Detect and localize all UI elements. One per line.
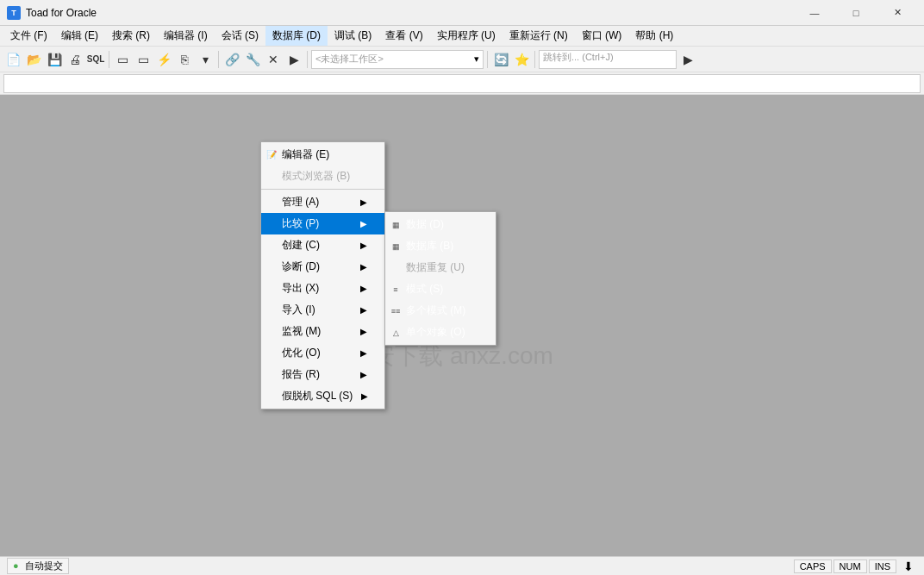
arrow-icon-diagnose: ▶ <box>360 262 367 272</box>
menu-entry-offline-sql[interactable]: 假脱机 SQL (S) ▶ <box>261 385 384 407</box>
tb-box2[interactable]: ▭ <box>134 50 153 69</box>
jump-input[interactable]: 跳转到... (Ctrl+J) <box>539 50 677 69</box>
data-icon: ▦ <box>389 218 403 232</box>
menu-entry-editor[interactable]: 📝 编辑器 (E) <box>261 144 384 166</box>
tb-open[interactable]: 📂 <box>24 50 43 69</box>
download-icon[interactable]: ⬇ <box>900 558 917 575</box>
sep4 <box>487 51 488 68</box>
tb-play[interactable]: ▶ <box>284 50 303 69</box>
search-bar[interactable] <box>3 74 921 93</box>
browser-icon <box>265 170 278 184</box>
menu-edit[interactable]: 编辑 (E) <box>54 26 105 46</box>
content-area: 🔒 安下载 anxz.com 📝 编辑器 (E) 模式浏览器 (B) 管理 (A… <box>0 95 924 575</box>
menu-window[interactable]: 窗口 (W) <box>575 26 629 46</box>
menu-entry-report[interactable]: 报告 (R) ▶ <box>261 364 384 385</box>
database-icon: ▦ <box>389 240 403 253</box>
tb-save[interactable]: 💾 <box>45 50 64 69</box>
sep3 <box>307 51 308 68</box>
arrow-icon-compare: ▶ <box>360 219 367 228</box>
tb-box1[interactable]: ▭ <box>113 50 132 69</box>
sep2 <box>218 51 219 68</box>
menu-entry-diagnose[interactable]: 诊断 (D) ▶ <box>261 256 384 278</box>
status-right: ⬇ <box>900 558 917 575</box>
tb-conn[interactable]: 🔗 <box>222 50 241 69</box>
separator1 <box>261 189 384 190</box>
single-object-icon: △ <box>389 326 403 340</box>
tb-star[interactable]: ⭐ <box>512 50 531 69</box>
multi-schema-icon: ≡≡ <box>389 304 403 318</box>
menu-entry-export[interactable]: 导出 (X) ▶ <box>261 278 384 299</box>
menu-entry-import[interactable]: 导入 (I) ▶ <box>261 299 384 321</box>
status-bar: ● 自动提交 CAPS NUM INS ⬇ <box>0 556 924 575</box>
menu-session[interactable]: 会话 (S) <box>215 26 265 46</box>
toolbar-row1: 📄 📂 💾 🖨 SQL ▭ ▭ ⚡ ⎘ ▾ 🔗 🔧 ✕ ▶ <未选择工作区> ▾… <box>0 47 924 72</box>
close-button[interactable]: ✕ <box>877 4 917 22</box>
arrow-icon-report: ▶ <box>360 370 367 379</box>
submenu-database[interactable]: ▦ 数据库 (B) <box>385 235 496 257</box>
tb-lightning[interactable]: ⚡ <box>154 50 173 69</box>
tb-sql[interactable]: SQL <box>86 50 105 69</box>
arrow-icon-export: ▶ <box>360 284 367 293</box>
menu-entry-compare[interactable]: 比较 (P) ▶ ▦ 数据 (D) ▦ 数据库 (B) 数据重复 (U) <box>261 213 384 234</box>
submenu-data[interactable]: ▦ 数据 (D) <box>385 214 496 235</box>
editor-icon: 📝 <box>265 148 278 162</box>
submenu-multi-schema[interactable]: ≡≡ 多个模式 (M) <box>385 300 496 322</box>
tb-refresh[interactable]: 🔄 <box>491 50 510 69</box>
menu-search[interactable]: 搜索 (R) <box>105 26 157 46</box>
restore-button[interactable]: □ <box>836 4 876 22</box>
menu-help[interactable]: 帮助 (H) <box>628 26 680 46</box>
connection-dropdown[interactable]: <未选择工作区> ▾ <box>311 50 484 69</box>
tb-print[interactable]: 🖨 <box>66 50 84 69</box>
app-icon: T <box>7 6 21 20</box>
menu-debug[interactable]: 调试 (B) <box>328 26 378 46</box>
sep1 <box>109 51 109 68</box>
menu-database[interactable]: 数据库 (D) <box>265 26 328 46</box>
submenu-schema[interactable]: ≡ 模式 (S) <box>385 278 496 300</box>
num-indicator: NUM <box>833 559 867 573</box>
title-bar: T Toad for Oracle — □ ✕ <box>0 0 924 26</box>
arrow-icon-create: ▶ <box>360 241 367 250</box>
database-dropdown-menu: 📝 编辑器 (E) 模式浏览器 (B) 管理 (A) ▶ 比较 (P) ▶ ▦ <box>260 141 385 409</box>
menu-entry-create[interactable]: 创建 (C) ▶ <box>261 234 384 256</box>
compare-submenu: ▦ 数据 (D) ▦ 数据库 (B) 数据重复 (U) ≡ 模式 (S) <box>384 211 496 346</box>
sep5 <box>534 51 535 68</box>
caps-indicator: CAPS <box>794 559 832 573</box>
tb-dropdown-arrow[interactable]: ▾ <box>196 50 215 69</box>
status-left: ● 自动提交 <box>7 558 790 574</box>
menu-bar: 文件 (F) 编辑 (E) 搜索 (R) 编辑器 (I) 会话 (S) 数据库 … <box>0 26 924 47</box>
arrow-icon-offline: ▶ <box>361 391 368 401</box>
tb-jump-arrow[interactable]: ▶ <box>678 50 697 69</box>
submenu-data-replication: 数据重复 (U) <box>385 257 496 278</box>
window-controls: — □ ✕ <box>795 4 917 22</box>
chevron-down-icon: ▾ <box>474 53 479 65</box>
menu-entry-optimize[interactable]: 优化 (O) ▶ <box>261 342 384 364</box>
auto-commit-indicator: ● 自动提交 <box>7 558 69 574</box>
menu-entry-manage[interactable]: 管理 (A) ▶ <box>261 191 384 213</box>
menu-entry-monitor[interactable]: 监视 (M) ▶ <box>261 321 384 342</box>
menu-utilities[interactable]: 实用程序 (U) <box>430 26 503 46</box>
arrow-icon-import: ▶ <box>360 305 367 315</box>
tb-icon2[interactable]: 🔧 <box>243 50 262 69</box>
schema-icon: ≡ <box>389 283 403 297</box>
menu-rerun[interactable]: 重新运行 (N) <box>503 26 575 46</box>
arrow-icon: ▶ <box>360 197 367 207</box>
menu-editor[interactable]: 编辑器 (I) <box>157 26 215 46</box>
submenu-single-object[interactable]: △ 单个对象 (O) <box>385 322 496 343</box>
tb-new[interactable]: 📄 <box>3 50 22 69</box>
tb-copy[interactable]: ⎘ <box>175 50 194 69</box>
ins-indicator: INS <box>869 559 896 573</box>
arrow-icon-optimize: ▶ <box>360 348 367 358</box>
menu-view[interactable]: 查看 (V) <box>378 26 429 46</box>
arrow-icon-monitor: ▶ <box>360 327 367 336</box>
toolbar-row2 <box>0 72 924 95</box>
menu-entry-schema-browser[interactable]: 模式浏览器 (B) <box>261 166 384 187</box>
menu-file[interactable]: 文件 (F) <box>3 26 54 46</box>
replication-icon <box>389 261 403 275</box>
auto-commit-circle: ● <box>13 560 19 571</box>
app-title: Toad for Oracle <box>26 7 795 19</box>
connection-value: <未选择工作区> <box>315 53 384 66</box>
minimize-button[interactable]: — <box>795 4 834 22</box>
tb-stop[interactable]: ✕ <box>264 50 283 69</box>
